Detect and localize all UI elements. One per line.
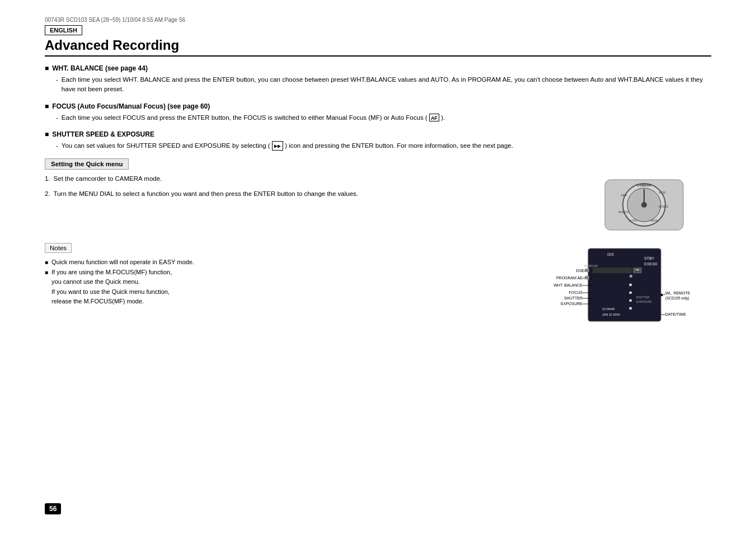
svg-text:WHT. BALANCE: WHT. BALANCE <box>553 283 583 287</box>
camcorder-image-area: CAMERA VCR M.REC EASY AUTO PHOTO OFF <box>599 174 711 237</box>
svg-text:EASY: EASY <box>651 219 660 222</box>
shutter-text: You can set values for SHUTTER SPEED and… <box>56 141 711 151</box>
svg-text:📸: 📸 <box>635 268 640 273</box>
svg-text:WL. REMOTE: WL. REMOTE <box>665 291 691 295</box>
svg-text:OFF: OFF <box>621 194 628 197</box>
svg-rect-42 <box>585 276 589 279</box>
svg-text:▲: ▲ <box>659 292 664 297</box>
menu-diagram-svg: DIS STBY 0:00:00 📸 ☀ ■ ■ ■ ■ SHUTTER <box>521 243 711 355</box>
step-1-num: 1. <box>45 174 50 184</box>
svg-text:M.REC: M.REC <box>659 205 669 208</box>
step-2-text: Turn the MENU DIAL to select a function … <box>54 189 358 199</box>
note-item-2: If you are using the M.FOCUS(MF) functio… <box>45 268 510 307</box>
svg-point-10 <box>641 202 647 208</box>
svg-text:VCR: VCR <box>659 191 666 194</box>
svg-text:JAN 10 2004: JAN 10 2004 <box>602 313 620 316</box>
page-number: 56 <box>45 503 61 514</box>
svg-text:SHUTTER: SHUTTER <box>636 296 650 299</box>
svg-text:CAMERA: CAMERA <box>637 184 652 187</box>
svg-rect-16 <box>593 268 632 273</box>
lower-left: Notes Quick menu function will not opera… <box>45 243 510 357</box>
svg-text:PROGRAM AE: PROGRAM AE <box>556 276 583 280</box>
camcorder-dial-svg: CAMERA VCR M.REC EASY AUTO PHOTO OFF <box>599 174 689 236</box>
svg-text:0:00:00: 0:00:00 <box>644 262 657 266</box>
svg-text:DSE: DSE <box>576 269 585 273</box>
svg-text:☀: ☀ <box>628 273 633 279</box>
english-badge: ENGLISH <box>45 25 82 35</box>
header-info: 00743R SCD103 SEA (28~59) 1/10/04 8:55 A… <box>45 17 185 23</box>
svg-text:EXPOSURE: EXPOSURE <box>636 300 652 303</box>
note-item-1: Quick menu function will not operate in … <box>45 257 510 268</box>
step-2: 2. Turn the MENU DIAL to select a functi… <box>45 189 588 199</box>
notes-content: Quick menu function will not operate in … <box>45 257 510 307</box>
svg-text:MIRROR: MIRROR <box>584 264 598 268</box>
wht-balance-text: Each time you select WHT. BALANCE and pr… <box>56 75 711 95</box>
svg-text:12:00AM: 12:00AM <box>602 307 614 311</box>
svg-text:AUTO: AUTO <box>628 219 637 222</box>
page-title: Advanced Recording <box>45 38 711 57</box>
quick-menu-title: Setting the Quick menu <box>45 158 129 170</box>
svg-text:SHUTTER: SHUTTER <box>564 296 583 300</box>
svg-text:DATE/TIME: DATE/TIME <box>665 312 686 316</box>
focus-text: Each time you select FOCUS and press the… <box>56 113 711 123</box>
header-bar: 00743R SCD103 SEA (28~59) 1/10/04 8:55 A… <box>45 17 711 23</box>
svg-text:FOCUS: FOCUS <box>569 291 583 294</box>
section-shutter-heading: SHUTTER SPEED & EXPOSURE <box>45 130 711 138</box>
shutter-icon: ▶▶ <box>272 141 283 151</box>
section-wht-balance-body: Each time you select WHT. BALANCE and pr… <box>56 75 711 95</box>
svg-text:STBY: STBY <box>644 256 655 260</box>
svg-text:■: ■ <box>630 306 632 311</box>
svg-rect-41 <box>585 269 589 272</box>
page-container: 00743R SCD103 SEA (28~59) 1/10/04 8:55 A… <box>0 0 756 534</box>
step-1-text: Set the camcorder to CAMERA mode. <box>54 174 162 184</box>
svg-text:■: ■ <box>630 282 632 287</box>
svg-text:■: ■ <box>630 290 632 295</box>
left-content: 1. Set the camcorder to CAMERA mode. 2. … <box>45 174 588 237</box>
svg-text:DIS: DIS <box>607 252 614 256</box>
quick-menu-section: Setting the Quick menu 1. Set the camcor… <box>45 158 711 237</box>
svg-text:■: ■ <box>630 298 632 303</box>
section-shutter-body: You can set values for SHUTTER SPEED and… <box>56 141 711 151</box>
svg-text:(SCD105 only): (SCD105 only) <box>665 296 689 301</box>
af-icon: AF <box>429 114 439 121</box>
lower-section: Notes Quick menu function will not opera… <box>45 243 711 357</box>
notes-label: Notes <box>50 245 67 251</box>
section-wht-balance-heading: WHT. BALANCE (see page 44) <box>45 64 711 72</box>
svg-text:PHOTO: PHOTO <box>618 210 630 214</box>
notes-box: Notes <box>45 243 72 253</box>
svg-text:EXPOSURE: EXPOSURE <box>561 302 583 306</box>
section-focus-body: Each time you select FOCUS and press the… <box>56 113 711 123</box>
main-content-area: 1. Set the camcorder to CAMERA mode. 2. … <box>45 174 711 237</box>
step-1: 1. Set the camcorder to CAMERA mode. <box>45 174 588 184</box>
lower-right: DIS STBY 0:00:00 📸 ☀ ■ ■ ■ ■ SHUTTER <box>521 243 711 357</box>
step-2-num: 2. <box>45 189 50 199</box>
section-focus-heading: FOCUS (Auto Focus/Manual Focus) (see pag… <box>45 102 711 110</box>
